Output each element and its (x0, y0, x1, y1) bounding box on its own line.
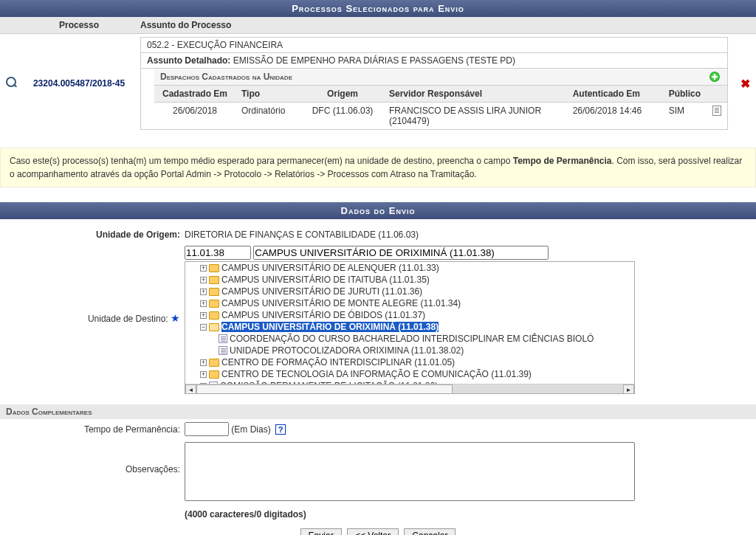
observacoes-textarea[interactable] (185, 442, 635, 501)
section-title-complementares: Dados Complementares (0, 404, 756, 419)
col-assunto: Assunto do Processo (134, 17, 734, 34)
tree-hscrollbar[interactable]: ◄ ► (185, 384, 634, 394)
table-header-row: Processo Assunto do Processo (0, 17, 756, 34)
destino-code-input[interactable] (185, 246, 251, 260)
destino-name-input[interactable] (253, 246, 549, 260)
remove-icon[interactable]: ✖ (740, 77, 750, 90)
label-unidade-destino: Unidade de Destino: (88, 314, 168, 324)
col-processo: Processo (24, 17, 134, 34)
tree-node[interactable]: +CAMPUS UNIVERSITÁRIO DE ITAITUBA (11.01… (185, 274, 634, 286)
process-link[interactable]: 23204.005487/2018-45 (33, 78, 125, 89)
despacho-row: 26/06/2018 Ordinatório DFC (11.06.03) FR… (154, 103, 727, 130)
document-icon[interactable] (712, 106, 721, 116)
label-observacoes: Observações: (0, 442, 185, 474)
tempo-input[interactable] (185, 422, 229, 436)
tree-node-child[interactable]: UNIDADE PROTOCOLIZADORA ORIXIMINA (11.01… (185, 345, 634, 356)
value-unidade-origem: DIRETORIA DE FINANÇAS E CONTABILIDADE (1… (185, 229, 756, 240)
assunto-line1: 052.2 - EXECUÇÃO FINANCEIRA (141, 38, 727, 53)
section-title-processos: Processos Selecionados para Envio (0, 0, 756, 17)
tree-node[interactable]: +CAMPUS UNIVERSITÁRIO DE JURUTI (11.01.3… (185, 286, 634, 297)
voltar-button[interactable]: << Voltar (347, 528, 399, 535)
cancelar-button[interactable]: Cancelar (404, 528, 456, 535)
char-counter: (4000 caracteres/0 digitados) (185, 509, 306, 520)
tree-node[interactable]: +CAMPUS UNIVERSITÁRIO DE ÓBIDOS (11.01.3… (185, 309, 634, 321)
assunto-detalhado: Assunto Detalhado: EMISSÃO DE EMPENHO PA… (141, 53, 727, 69)
required-star-icon: ★ (171, 312, 180, 324)
tree-node-selected[interactable]: −CAMPUS UNIVERSITÁRIO DE ORIXIMINÁ (11.0… (185, 321, 634, 333)
tempo-hint: (Em Dias) (231, 424, 270, 435)
despacho-columns: Cadastrado Em Tipo Origem Servidor Respo… (154, 86, 727, 103)
add-icon[interactable] (709, 72, 720, 82)
tree-node-child[interactable]: COORDENAÇÃO DO CURSO BACHARELADO INTERDI… (185, 333, 634, 345)
help-icon[interactable]: ? (275, 424, 286, 435)
enviar-button[interactable]: Enviar (300, 528, 342, 535)
tree-node[interactable]: +CENTRO DE FORMAÇÃO INTERDISCIPLINAR (11… (185, 356, 634, 368)
unit-tree[interactable]: +CAMPUS UNIVERSITÁRIO DE ALENQUER (11.01… (185, 261, 635, 394)
tree-node[interactable]: +CAMPUS UNIVERSITÁRIO DE MONTE ALEGRE (1… (185, 297, 634, 309)
info-box: Caso este(s) processo(s) tenha(m) um tem… (0, 148, 756, 187)
section-title-dados-envio: Dados do Envio (0, 202, 756, 219)
magnifier-icon[interactable] (6, 77, 18, 89)
despachos-header: Despachos Cadastrados na Unidade (154, 69, 727, 86)
tree-node[interactable]: +CENTRO DE TECNOLOGIA DA INFORMAÇÃO E CO… (185, 368, 634, 380)
label-tempo: Tempo de Permanência: (0, 424, 185, 435)
label-unidade-origem: Unidade de Origem: (0, 229, 185, 240)
tree-node[interactable]: +CAMPUS UNIVERSITÁRIO DE ALENQUER (11.01… (185, 262, 634, 274)
